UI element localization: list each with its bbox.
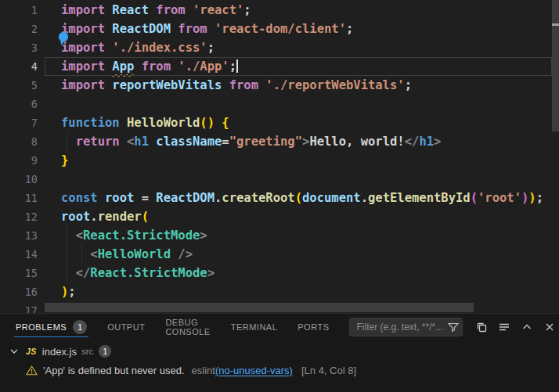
- line-number[interactable]: 8: [0, 132, 45, 151]
- code-token: </: [76, 266, 91, 280]
- line-number[interactable]: 9: [0, 151, 45, 170]
- code-line[interactable]: <HelloWorld />: [45, 245, 552, 264]
- code-token: [134, 59, 141, 74]
- code-token: >: [207, 266, 215, 280]
- indent-guide: [67, 226, 67, 245]
- tab-debug-console[interactable]: DEBUG CONSOLE: [165, 314, 210, 340]
- line-number[interactable]: 12: [0, 207, 45, 226]
- code-token: ): [528, 191, 536, 205]
- line-number[interactable]: 6: [0, 95, 45, 113]
- problems-file-row[interactable]: JS index.js src 1: [0, 342, 559, 361]
- chevron-up-icon[interactable]: [518, 318, 536, 336]
- tab-label: DEBUG CONSOLE: [165, 318, 210, 336]
- overview-ruler-mark: [552, 23, 559, 26]
- list-lines-icon[interactable]: [496, 318, 513, 336]
- tab-badge: 1: [73, 320, 87, 334]
- code-line[interactable]: const root = ReactDOM.createRoot(documen…: [45, 189, 552, 207]
- code-line[interactable]: <React.StrictMode>: [45, 226, 552, 245]
- tab-output[interactable]: OUTPUT: [107, 314, 145, 340]
- line-number[interactable]: 7: [0, 113, 45, 132]
- line-number[interactable]: 5: [0, 76, 45, 95]
- line-number[interactable]: 2: [0, 20, 45, 38]
- vscode-window: 1234567891011121314151617 import React f…: [0, 0, 559, 392]
- code-content[interactable]: import React from 'react';import ReactDO…: [45, 1, 552, 313]
- code-token: return: [76, 135, 127, 149]
- code-line[interactable]: return <h1 className="greeting">Hello, w…: [45, 132, 552, 151]
- line-number[interactable]: 10: [0, 170, 45, 189]
- code-token: [61, 247, 90, 261]
- code-line[interactable]: import ReactDOM from 'react-dom/client';: [45, 20, 552, 38]
- code-line[interactable]: import reportWebVitals from './reportWeb…: [45, 76, 552, 95]
- problems-tree: JS index.js src 1 'App' is defined but n…: [0, 340, 559, 379]
- code-token: getElementById: [368, 191, 471, 205]
- code-token: React.StrictMode: [83, 228, 200, 243]
- line-number[interactable]: 15: [0, 264, 45, 282]
- code-line[interactable]: );: [45, 282, 552, 301]
- code-line[interactable]: import React from 'react';: [45, 1, 552, 20]
- code-token: import: [61, 22, 112, 36]
- tab-terminal[interactable]: TERMINAL: [231, 314, 278, 340]
- code-token: .: [361, 191, 368, 205]
- code-line[interactable]: import './index.css';: [45, 38, 552, 57]
- code-token: ;: [346, 22, 353, 36]
- code-token: h1: [134, 135, 149, 149]
- code-token: from: [178, 22, 215, 36]
- code-editor[interactable]: 1234567891011121314151617 import React f…: [0, 0, 559, 313]
- line-number[interactable]: 3: [0, 38, 45, 57]
- line-number[interactable]: 13: [0, 226, 45, 245]
- tab-problems[interactable]: PROBLEMS1: [16, 314, 87, 340]
- code-token: from: [156, 3, 193, 17]
- code-token: ;: [243, 3, 251, 17]
- indent-guide: [81, 245, 82, 264]
- code-token: =: [222, 135, 229, 149]
- code-token: './reportWebVitals': [265, 78, 404, 92]
- problem-row[interactable]: 'App' is defined but never used. eslint(…: [0, 361, 559, 379]
- code-line[interactable]: [45, 170, 552, 189]
- code-token: React.StrictMode: [90, 266, 207, 280]
- horizontal-scrollbar-thumb[interactable]: [45, 303, 474, 312]
- code-token: root: [61, 210, 90, 224]
- code-token: }: [61, 153, 68, 167]
- code-line[interactable]: import App from './App';: [45, 57, 552, 76]
- vertical-scrollbar-thumb[interactable]: [552, 0, 559, 131]
- code-token: .: [90, 210, 97, 224]
- code-token: ;: [405, 78, 412, 92]
- tab-label: PORTS: [298, 322, 329, 332]
- code-token: 'react': [193, 3, 243, 17]
- code-token: [215, 116, 222, 130]
- code-token: <: [127, 135, 134, 149]
- line-number[interactable]: 1: [0, 1, 45, 20]
- line-number[interactable]: 11: [0, 189, 45, 207]
- filter-input[interactable]: [349, 318, 463, 336]
- code-token: [149, 135, 156, 149]
- code-line[interactable]: }: [45, 151, 552, 170]
- code-token: import: [61, 78, 112, 92]
- code-line[interactable]: [45, 95, 552, 113]
- panel-tab-bar: PROBLEMS1OUTPUTDEBUG CONSOLETERMINALPORT…: [0, 314, 559, 340]
- line-number[interactable]: 17: [0, 301, 45, 313]
- copy-icon[interactable]: [473, 318, 490, 336]
- close-icon[interactable]: [541, 318, 558, 336]
- file-path: src: [81, 347, 93, 356]
- code-line[interactable]: function HelloWorld() {: [45, 113, 552, 132]
- code-token: (: [295, 191, 302, 205]
- problem-rule-link[interactable]: (no-unused-vars): [215, 365, 293, 376]
- js-file-icon: JS: [26, 347, 37, 356]
- code-token: ;: [68, 285, 75, 299]
- code-line[interactable]: root.render(: [45, 207, 552, 226]
- problem-location: [Ln 4, Col 8]: [301, 365, 356, 376]
- code-line[interactable]: </React.StrictMode>: [45, 264, 552, 282]
- code-token: HelloWorld: [127, 116, 200, 130]
- code-token: ): [521, 191, 528, 205]
- panel-tabs: PROBLEMS1OUTPUTDEBUG CONSOLETERMINALPORT…: [16, 314, 349, 340]
- code-token: {: [222, 116, 229, 130]
- vertical-scrollbar[interactable]: [552, 0, 559, 313]
- code-token: .: [215, 191, 222, 205]
- line-number[interactable]: 14: [0, 245, 45, 264]
- line-number[interactable]: 16: [0, 282, 45, 301]
- line-number[interactable]: 4: [0, 57, 45, 76]
- line-number-gutter[interactable]: 1234567891011121314151617: [0, 1, 45, 313]
- horizontal-scrollbar[interactable]: [45, 303, 552, 312]
- tab-ports[interactable]: PORTS: [298, 314, 329, 340]
- chevron-down-icon: [8, 345, 20, 358]
